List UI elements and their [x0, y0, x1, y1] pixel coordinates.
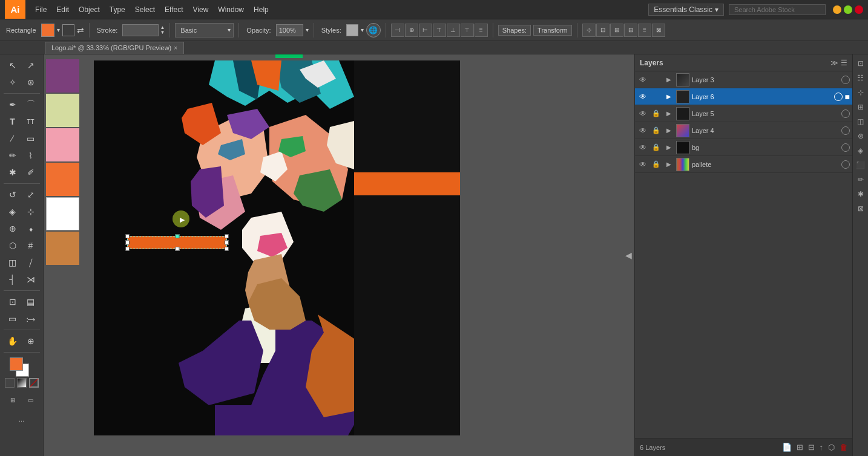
- align-panel-icon[interactable]: ⊞: [854, 100, 867, 114]
- layer3-visibility-icon[interactable]: 👁: [637, 74, 648, 85]
- stroke-value-input[interactable]: [122, 24, 159, 36]
- shape-builder-tool[interactable]: ⊕: [4, 220, 22, 237]
- layer6-visibility-icon[interactable]: 👁: [637, 91, 648, 102]
- mesh-tool[interactable]: #: [22, 237, 40, 254]
- handle-mr[interactable]: [225, 241, 229, 245]
- rotate-tool[interactable]: ↺: [4, 186, 22, 203]
- line-tool[interactable]: ∕: [4, 130, 22, 147]
- menu-help[interactable]: Help: [249, 3, 274, 16]
- bg-target-circle[interactable]: [841, 143, 850, 152]
- blend-tool[interactable]: ⋊: [22, 271, 40, 288]
- stroke-down-arrow[interactable]: ▼: [160, 30, 165, 35]
- bg-visibility-icon[interactable]: 👁: [637, 142, 648, 153]
- align-left-btn[interactable]: ⊣: [391, 24, 404, 37]
- layer6-target-circle[interactable]: [834, 93, 843, 101]
- align-right-btn[interactable]: ⊢: [419, 24, 432, 37]
- handle-tl[interactable]: [125, 234, 130, 238]
- menu-select[interactable]: Select: [130, 3, 160, 16]
- pallete-target-circle[interactable]: [841, 160, 850, 169]
- layer4-target-circle[interactable]: [841, 126, 850, 135]
- layer5-expand-icon[interactable]: ▶: [664, 109, 674, 119]
- brushes-icon[interactable]: ✏: [854, 173, 867, 186]
- maximize-button[interactable]: [844, 5, 852, 14]
- fill-swap-icon[interactable]: ⇄: [77, 25, 84, 35]
- magic-wand-tool[interactable]: ✧: [4, 74, 22, 91]
- transform-extra-6[interactable]: ⊠: [652, 24, 665, 37]
- menu-view[interactable]: View: [188, 3, 214, 16]
- screen-mode-icon[interactable]: ▭: [22, 391, 40, 408]
- swatch-purple[interactable]: [46, 59, 79, 93]
- profile-dropdown-icon[interactable]: ▾: [228, 27, 231, 33]
- swatches-icon[interactable]: ⬛: [854, 158, 867, 172]
- handle-bm[interactable]: [175, 247, 179, 251]
- profile-input[interactable]: [178, 24, 226, 36]
- handle-br[interactable]: [225, 247, 229, 251]
- lasso-tool[interactable]: ⊛: [22, 74, 40, 91]
- canvas-container[interactable]: ▶ ◀: [82, 54, 634, 456]
- handle-tm[interactable]: [175, 234, 179, 238]
- fill-stroke-swap-icon[interactable]: ⊞: [4, 391, 22, 408]
- layer6-delete-icon[interactable]: ■: [845, 92, 850, 102]
- properties-icon[interactable]: ⊡: [854, 57, 867, 70]
- menu-file[interactable]: File: [30, 3, 51, 16]
- fill-dropdown-icon[interactable]: ▾: [57, 27, 60, 33]
- opacity-dropdown-icon[interactable]: ▾: [306, 27, 309, 33]
- more-tools-button[interactable]: ...: [13, 411, 31, 428]
- align-bottom-btn[interactable]: ⊤: [461, 24, 474, 37]
- menu-effect[interactable]: Effect: [160, 3, 188, 16]
- shaper-tool[interactable]: ✱: [4, 164, 22, 181]
- pallete-lock-icon[interactable]: 🔒: [651, 159, 662, 170]
- no-color-icon[interactable]: [29, 378, 39, 388]
- free-transform-tool[interactable]: ⊹: [22, 203, 40, 220]
- rect-tool[interactable]: ▭: [22, 130, 40, 147]
- symbol-sprayer-tool[interactable]: ⊡: [4, 293, 22, 310]
- align-top-btn[interactable]: ⊤: [433, 24, 446, 37]
- transform-extra-4[interactable]: ⊟: [624, 24, 637, 37]
- gradient-panel-icon[interactable]: ◈: [854, 144, 867, 157]
- eyedropper-tool[interactable]: ⧸: [22, 254, 40, 271]
- transform-button[interactable]: Transform: [533, 25, 572, 36]
- live-paint-tool[interactable]: ⬧: [22, 220, 40, 237]
- direct-select-tool[interactable]: ↗: [22, 57, 40, 74]
- selected-orange-rect[interactable]: [127, 236, 227, 249]
- pallete-expand-icon[interactable]: ▶: [664, 160, 674, 169]
- warp-tool[interactable]: ◈: [4, 203, 22, 220]
- appearance-icon[interactable]: ⊛: [854, 129, 867, 143]
- scale-tool[interactable]: ⤢: [22, 186, 40, 203]
- layer4-visibility-icon[interactable]: 👁: [637, 125, 648, 136]
- close-button[interactable]: [855, 5, 863, 14]
- perspective-grid-tool[interactable]: ⬡: [4, 237, 22, 254]
- hand-tool[interactable]: ✋: [4, 333, 22, 350]
- fill-color-swatch[interactable]: [41, 24, 54, 37]
- fill-color-box[interactable]: [10, 357, 23, 371]
- transform-extra-2[interactable]: ⊡: [596, 24, 610, 37]
- collect-new-layer-icon[interactable]: ⬡: [828, 443, 835, 452]
- swatch-tan[interactable]: [46, 232, 79, 265]
- style-preview-swatch[interactable]: [346, 24, 358, 36]
- menu-object[interactable]: Object: [74, 3, 105, 16]
- transform-extra-3[interactable]: ⊞: [610, 24, 623, 37]
- pen-tool[interactable]: ✒: [4, 96, 22, 113]
- panel-expand-icon[interactable]: ≫: [830, 59, 838, 67]
- search-stock-input[interactable]: [729, 4, 826, 15]
- layer-item-6[interactable]: 👁 🔒 ▶ Layer 6 ■: [635, 88, 852, 105]
- styles-dropdown-icon[interactable]: ▾: [361, 27, 364, 33]
- touch-type-tool[interactable]: TT: [22, 113, 40, 130]
- distribute-h-btn[interactable]: ≡: [475, 24, 488, 37]
- artboard-tool[interactable]: ▭: [4, 310, 22, 327]
- layer3-target-circle[interactable]: [841, 76, 850, 84]
- layer5-target-circle[interactable]: [841, 109, 850, 118]
- workspace-selector[interactable]: Essentials Classic ▾: [648, 4, 724, 16]
- layer-item-4[interactable]: 👁 🔒 ▶ Layer 4: [635, 122, 852, 139]
- document-tab[interactable]: Logo.ai* @ 33.33% (RGB/GPU Preview) ×: [45, 42, 184, 54]
- fill-none-icon[interactable]: [62, 24, 74, 36]
- panel-menu-icon[interactable]: ☰: [841, 59, 847, 67]
- gradient-swatch-icon[interactable]: [17, 378, 27, 388]
- pathfinder-icon[interactable]: ◫: [854, 115, 867, 128]
- menu-edit[interactable]: Edit: [51, 3, 74, 16]
- handle-tr[interactable]: [225, 234, 229, 238]
- layer-item-bg[interactable]: 👁 🔒 ▶ bg: [635, 139, 852, 156]
- layer3-expand-icon[interactable]: ▶: [664, 75, 674, 85]
- color-none-icon[interactable]: [5, 378, 15, 388]
- zoom-tool[interactable]: ⊕: [22, 333, 40, 350]
